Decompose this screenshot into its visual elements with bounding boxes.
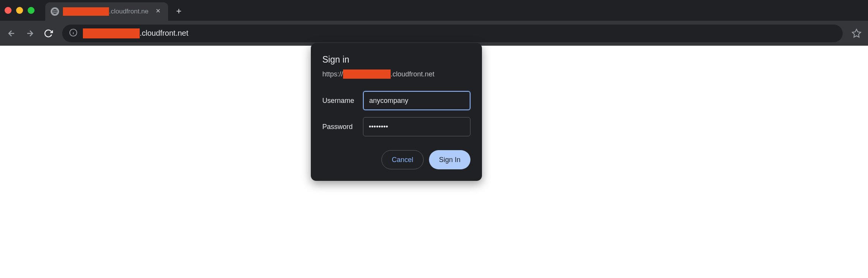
bookmark-button[interactable]: [849, 26, 864, 41]
dialog-title: Sign in: [322, 55, 470, 65]
forward-button[interactable]: [22, 26, 38, 41]
close-icon[interactable]: [153, 6, 163, 17]
signin-button[interactable]: Sign In: [429, 150, 470, 169]
auth-dialog: Sign in https:// .cloudfront.net Usernam…: [311, 43, 482, 181]
tab-title: .cloudfront.ne: [63, 7, 150, 16]
window-controls: [5, 7, 35, 14]
info-icon[interactable]: [69, 28, 78, 38]
dialog-origin: https:// .cloudfront.net: [322, 70, 470, 79]
browser-chrome: .cloudfront.ne .cloudfront.net: [0, 0, 868, 46]
password-row: Password: [322, 117, 470, 136]
username-row: Username: [322, 91, 470, 110]
svg-marker-2: [852, 29, 861, 37]
window-minimize-button[interactable]: [16, 7, 23, 14]
cancel-button[interactable]: Cancel: [381, 150, 424, 169]
origin-suffix: .cloudfront.net: [391, 70, 434, 78]
page-content: Sign in https:// .cloudfront.net Usernam…: [0, 46, 868, 278]
new-tab-button[interactable]: [168, 6, 190, 18]
url-suffix: .cloudfront.net: [140, 29, 188, 38]
username-field[interactable]: [363, 91, 470, 110]
redacted-block: [343, 70, 391, 79]
password-field[interactable]: [363, 117, 470, 136]
window-close-button[interactable]: [5, 7, 12, 14]
toolbar: .cloudfront.net: [0, 21, 868, 46]
dialog-actions: Cancel Sign In: [322, 150, 470, 169]
password-label: Password: [322, 123, 356, 131]
back-button[interactable]: [4, 26, 19, 41]
window-maximize-button[interactable]: [28, 7, 35, 14]
tab-bar: .cloudfront.ne: [0, 0, 868, 21]
browser-tab[interactable]: .cloudfront.ne: [45, 2, 168, 21]
tab-title-suffix: .cloudfront.ne: [109, 8, 149, 15]
globe-icon: [51, 7, 59, 16]
address-bar[interactable]: .cloudfront.net: [62, 25, 843, 42]
username-label: Username: [322, 97, 356, 105]
redacted-block: [83, 28, 140, 38]
url-display: .cloudfront.net: [83, 28, 836, 38]
origin-prefix: https://: [322, 70, 343, 78]
redacted-block: [63, 7, 109, 16]
reload-button[interactable]: [41, 26, 56, 41]
